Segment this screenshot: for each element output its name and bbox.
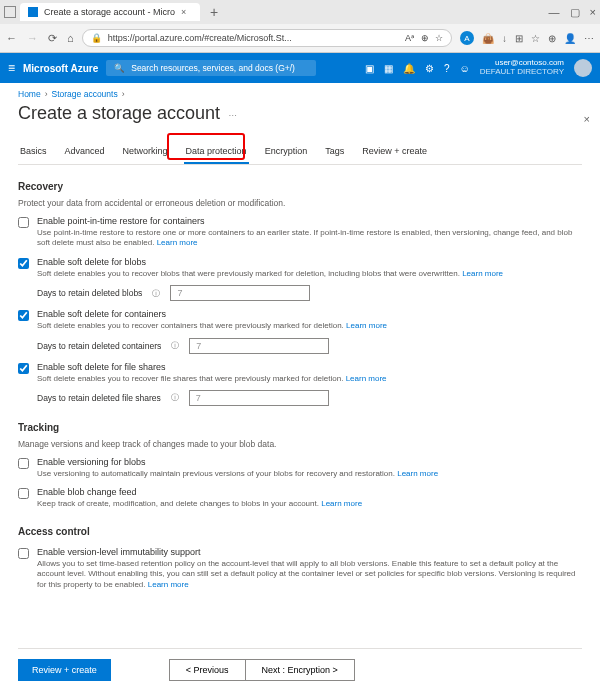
new-tab-button[interactable]: + (204, 4, 224, 20)
immut-learn-more[interactable]: Learn more (148, 580, 189, 589)
sdb-desc: Soft delete enables you to recover blobs… (37, 269, 460, 278)
sdf-desc: Soft delete enables you to recover file … (37, 374, 343, 383)
immut-title: Enable version-level immutability suppor… (37, 547, 582, 557)
versioning-desc: Use versioning to automatically maintain… (37, 469, 395, 478)
immut-desc: Allows you to set time-based retention p… (37, 559, 576, 589)
browser-tab[interactable]: Create a storage account - Micro × (20, 3, 200, 21)
more-icon[interactable]: ⋯ (584, 33, 594, 44)
tab-list-icon[interactable] (4, 6, 16, 18)
azure-header: ≡ Microsoft Azure 🔍 Search resources, se… (0, 53, 600, 83)
minimize-icon[interactable]: — (549, 6, 560, 19)
sdf-days-input[interactable] (189, 390, 329, 406)
sdc-desc: Soft delete enables you to recover conta… (37, 321, 344, 330)
favorites-bar-icon[interactable]: ☆ (531, 33, 540, 44)
wizard-tabs: Basics Advanced Networking Data protecti… (18, 140, 582, 165)
next-button[interactable]: Next : Encryption > (245, 659, 355, 681)
sdf-learn-more[interactable]: Learn more (346, 374, 387, 383)
breadcrumb-home[interactable]: Home (18, 89, 41, 99)
section-recovery-desc: Protect your data from accidental or err… (18, 198, 582, 208)
tab-tags[interactable]: Tags (323, 140, 346, 164)
pitr-title: Enable point-in-time restore for contain… (37, 216, 582, 226)
tab-basics[interactable]: Basics (18, 140, 49, 164)
url-text: https://portal.azure.com/#create/Microso… (108, 33, 292, 43)
close-blade-icon[interactable]: × (584, 113, 590, 125)
user-directory: DEFAULT DIRECTORY (480, 68, 564, 77)
feedback-icon[interactable]: ☺ (459, 63, 469, 74)
refresh-icon[interactable]: ⟳ (48, 32, 57, 45)
tab-review[interactable]: Review + create (360, 140, 429, 164)
directory-icon[interactable]: ▦ (384, 63, 393, 74)
info-icon[interactable]: ⓘ (152, 288, 160, 299)
checkbox-pitr[interactable] (18, 217, 29, 228)
favicon-icon (28, 7, 38, 17)
close-window-icon[interactable]: × (590, 6, 596, 19)
browser-chrome: Create a storage account - Micro × + — ▢… (0, 0, 600, 53)
zoom-icon[interactable]: ⊕ (421, 33, 429, 43)
profile-icon[interactable]: 👤 (564, 33, 576, 44)
avatar[interactable] (574, 59, 592, 77)
maximize-icon[interactable]: ▢ (570, 6, 580, 19)
home-icon[interactable]: ⌂ (67, 32, 74, 45)
address-bar[interactable]: 🔒 https://portal.azure.com/#create/Micro… (82, 29, 452, 47)
changefeed-learn-more[interactable]: Learn more (321, 499, 362, 508)
review-create-button[interactable]: Review + create (18, 659, 111, 681)
sdb-learn-more[interactable]: Learn more (462, 269, 503, 278)
wizard-footer: Review + create < Previous Next : Encryp… (18, 648, 582, 681)
back-icon[interactable]: ← (6, 32, 17, 45)
checkbox-soft-delete-containers[interactable] (18, 310, 29, 321)
versioning-title: Enable versioning for blobs (37, 457, 582, 467)
shopping-icon[interactable]: 👜 (482, 33, 494, 44)
page-more-icon[interactable]: … (228, 108, 237, 118)
tab-networking[interactable]: Networking (121, 140, 170, 164)
checkbox-changefeed[interactable] (18, 488, 29, 499)
sdc-days-input[interactable] (189, 338, 329, 354)
favorite-icon[interactable]: ☆ (435, 33, 443, 43)
section-tracking-desc: Manage versions and keep track of change… (18, 439, 582, 449)
sdc-days-label: Days to retain deleted containers (37, 341, 161, 351)
changefeed-title: Enable blob change feed (37, 487, 582, 497)
collections-icon[interactable]: ⊕ (548, 33, 556, 44)
section-access-heading: Access control (18, 526, 582, 537)
forward-icon[interactable]: → (27, 32, 38, 45)
sdf-title: Enable soft delete for file shares (37, 362, 582, 372)
section-recovery-heading: Recovery (18, 181, 582, 192)
checkbox-soft-delete-fileshares[interactable] (18, 363, 29, 374)
tab-data-protection[interactable]: Data protection (184, 140, 249, 164)
pitr-learn-more[interactable]: Learn more (157, 238, 198, 247)
azure-brand[interactable]: Microsoft Azure (23, 63, 98, 74)
sdc-title: Enable soft delete for containers (37, 309, 582, 319)
cloud-shell-icon[interactable]: ▣ (365, 63, 374, 74)
breadcrumb-storage[interactable]: Storage accounts (52, 89, 118, 99)
notifications-icon[interactable]: 🔔 (403, 63, 415, 74)
tab-title: Create a storage account - Micro (44, 7, 175, 17)
changefeed-desc: Keep track of create, modification, and … (37, 499, 319, 508)
info-icon[interactable]: ⓘ (171, 340, 179, 351)
pitr-desc: Use point-in-time restore to restore one… (37, 228, 572, 247)
downloads-icon[interactable]: ↓ (502, 33, 507, 44)
checkbox-soft-delete-blobs[interactable] (18, 258, 29, 269)
tab-encryption[interactable]: Encryption (263, 140, 310, 164)
breadcrumb: Home › Storage accounts › (18, 89, 582, 99)
info-icon[interactable]: ⓘ (171, 392, 179, 403)
settings-icon[interactable]: ⚙ (425, 63, 434, 74)
close-tab-icon[interactable]: × (181, 7, 186, 17)
user-info[interactable]: user@contoso.com DEFAULT DIRECTORY (480, 59, 564, 77)
extensions-icon[interactable]: ⊞ (515, 33, 523, 44)
hamburger-icon[interactable]: ≡ (8, 61, 15, 75)
checkbox-versioning[interactable] (18, 458, 29, 469)
sdc-learn-more[interactable]: Learn more (346, 321, 387, 330)
reader-icon[interactable]: Aᵃ (405, 33, 415, 43)
versioning-learn-more[interactable]: Learn more (397, 469, 438, 478)
azure-search[interactable]: 🔍 Search resources, services, and docs (… (106, 60, 316, 76)
lock-icon: 🔒 (91, 33, 102, 43)
sdb-days-input[interactable] (170, 285, 310, 301)
section-tracking-heading: Tracking (18, 422, 582, 433)
account-badge-icon[interactable]: A (460, 31, 474, 45)
sdb-days-label: Days to retain deleted blobs (37, 288, 142, 298)
help-icon[interactable]: ? (444, 63, 450, 74)
previous-button[interactable]: < Previous (169, 659, 245, 681)
tab-advanced[interactable]: Advanced (63, 140, 107, 164)
sdf-days-label: Days to retain deleted file shares (37, 393, 161, 403)
checkbox-immutability[interactable] (18, 548, 29, 559)
search-icon: 🔍 (114, 63, 125, 73)
